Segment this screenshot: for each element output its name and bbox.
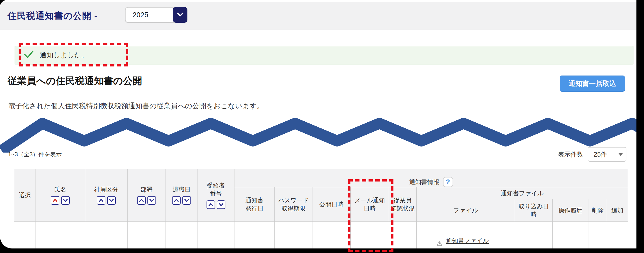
col-header-add: 追加 [607, 199, 628, 222]
group-header-notice-file: 通知書ファイル [417, 187, 628, 199]
file-links-cell: 通知書ファイル パスワード取得用ファイル [430, 222, 515, 248]
col-header-publish-datetime: 公開日時 [312, 187, 351, 222]
col-header-select: 選択 [14, 169, 35, 222]
employee-class-cell: 正社員 (部 長) [85, 222, 128, 248]
confirmation-status-cell: 未確認 [389, 222, 417, 248]
notification-message: 通知しました。 [40, 51, 88, 60]
col-header-recipient-number: 受給者 番号 [197, 169, 234, 222]
sort-asc-button[interactable] [97, 196, 105, 205]
table-row: 10001 サンプル 一郎 正社員 (部 長) 部署A - 10001 - - … [14, 222, 628, 248]
col-header-password-deadline: パスワード 取得期限 [275, 187, 312, 222]
check-icon [24, 51, 34, 60]
col-header-operation-history: 操作履歴 [553, 199, 588, 222]
sort-asc-button[interactable] [51, 196, 59, 205]
recipient-number-cell: 10001 [197, 222, 234, 248]
col-header-mail-datetime: メール通知 日時 [351, 187, 389, 222]
notice-file-link[interactable]: 通知書ファイル [436, 232, 515, 248]
result-count: 1~3（全3）件を表示 [8, 151, 62, 158]
mail-datetime-cell: 2026/03/12 16:42 [351, 222, 389, 248]
section-description: 電子化された個人住民税特別徴収税額通知書の従業員への公開をおこないます。 [8, 101, 264, 111]
page-header: 住民税通知書の公開 - 2025 [0, 2, 636, 30]
select-cell [14, 222, 35, 248]
notices-table: 選択 氏名 社員区分 部署 [14, 169, 628, 248]
help-icon[interactable]: ? [443, 177, 453, 187]
retirement-date-cell: - [166, 222, 197, 248]
import-datetime-cell: 2026/03/12 16:42 [515, 222, 553, 248]
name-cell: 10001 サンプル 一郎 [35, 222, 85, 248]
year-select[interactable]: 2025 [125, 7, 187, 23]
page: 住民税通知書の公開 - 2025 通知しました。 従業員への住民税通知書の公開 … [0, 0, 636, 248]
dropdown-arrow-icon [615, 148, 626, 161]
sort-desc-button[interactable] [217, 200, 225, 209]
success-notification: 通知しました。 [15, 46, 633, 64]
col-header-employee-confirmation: 従業員 確認状況 [389, 187, 417, 222]
file-link-label[interactable]: 通知書ファイル [446, 237, 489, 245]
add-cell: 追加 [607, 222, 628, 248]
publish-datetime-cell: 2026/03/12 16:42 [312, 222, 351, 248]
col-header-import-datetime: 取り込み日 時 [515, 199, 553, 222]
chevron-down-icon [173, 7, 187, 23]
col-header-delete: 削除 [588, 199, 607, 222]
sort-desc-button[interactable] [182, 196, 191, 205]
col-header-file: ファイル [417, 199, 515, 222]
col-header-name: 氏名 [35, 169, 85, 222]
per-page-control: 表示件数 25件 [558, 147, 626, 162]
issue-date-cell: - [234, 222, 275, 248]
download-icon [436, 232, 443, 248]
sort-desc-button[interactable] [61, 196, 70, 205]
section-heading: 従業員への住民税通知書の公開 [8, 75, 142, 87]
password-deadline-cell: - [275, 222, 312, 248]
group-header-notice-info: 通知書情報? [234, 169, 628, 187]
file-count-cell: 1 [417, 222, 430, 248]
col-header-retirement-date: 退職日 [166, 169, 197, 222]
per-page-label: 表示件数 [558, 150, 583, 159]
sort-asc-button[interactable] [172, 196, 181, 205]
wave-separator [0, 115, 636, 153]
col-header-employee-class: 社員区分 [85, 169, 128, 222]
sort-asc-button[interactable] [207, 200, 215, 209]
sort-desc-button[interactable] [107, 196, 116, 205]
page-title: 住民税通知書の公開 - [8, 10, 98, 22]
year-select-value: 2025 [126, 11, 148, 19]
screenshot-root: { "page": { "title": "住民税通知書の公開 -", "yea… [0, 0, 644, 253]
department-cell: 部署A [128, 222, 166, 248]
col-header-issue-date: 通知書 発行日 [234, 187, 275, 222]
bulk-import-button[interactable]: 通知書一括取込 [560, 76, 625, 92]
col-header-department: 部署 [128, 169, 166, 222]
sort-desc-button[interactable] [147, 196, 156, 205]
operation-history-cell: 操作履歴 [553, 222, 588, 248]
sort-asc-button[interactable] [137, 196, 146, 205]
delete-cell [588, 222, 607, 248]
per-page-value: 25件 [588, 150, 607, 159]
per-page-select[interactable]: 25件 [588, 147, 626, 162]
